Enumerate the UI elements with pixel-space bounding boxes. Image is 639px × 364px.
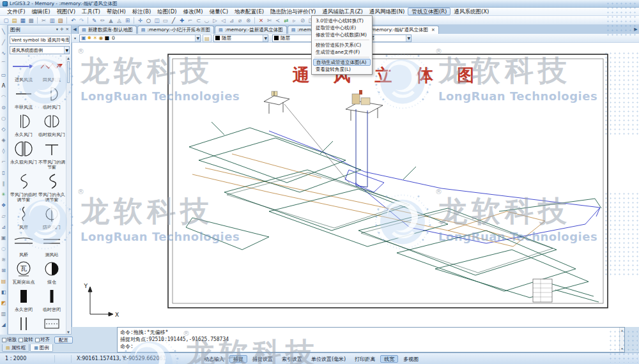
legend-item-15[interactable]: 煤仓: [38, 259, 65, 286]
legend-item-2[interactable]: 串联风流: [10, 84, 38, 111]
panel-tab-1[interactable]: ▦图例: [30, 344, 53, 352]
open-icon[interactable]: ▤: [11, 17, 19, 24]
draw-tool-18-icon[interactable]: ⊿: [0, 222, 7, 232]
menu-item-7[interactable]: 修改(M): [180, 8, 206, 15]
menu-item-4[interactable]: 帮助(H): [104, 8, 129, 15]
cut-icon[interactable]: ✂: [40, 17, 48, 24]
menu-item-8[interactable]: 储量(C): [206, 8, 231, 15]
layer-manager-icon[interactable]: ▣: [81, 35, 86, 41]
menu-option-8[interactable]: 查看旋转角度(L): [312, 66, 372, 73]
legend-item-12[interactable]: 风桥: [10, 231, 38, 259]
tri-left-icon[interactable]: ◁: [220, 17, 227, 24]
draw-tool-4-icon[interactable]: ▭: [0, 70, 7, 80]
draw-tool-7-icon[interactable]: ⊙: [0, 102, 7, 113]
menu-item-10[interactable]: 隐患防治与评价(Y): [267, 8, 319, 15]
diameter-icon[interactable]: ⌀: [236, 17, 244, 24]
status-button-5[interactable]: 打印距离: [351, 355, 379, 363]
lock-icon[interactable]: ◉: [98, 35, 103, 41]
document-tab-1[interactable]: ▤:memory:-小纪汗开拓布置图: [137, 26, 214, 34]
legend-item-17[interactable]: 临时密闭: [38, 286, 65, 314]
toolbar-overflow-icon[interactable]: ▾: [74, 36, 76, 40]
rectangle-icon[interactable]: ▭: [162, 17, 169, 24]
triangle-icon[interactable]: ▲: [107, 17, 115, 24]
bulb-icon[interactable]: ✸: [88, 35, 92, 41]
scroll-down-icon[interactable]: ▼: [620, 346, 624, 351]
document-tab-2[interactable]: ▤:memory:-益新通风立体图: [215, 26, 287, 34]
pen-icon[interactable]: ✎: [91, 17, 98, 24]
print-icon[interactable]: ▩: [27, 17, 35, 24]
draw-tool-20-icon[interactable]: ◌: [0, 243, 7, 254]
menu-item-14[interactable]: 通风系统图(X): [450, 8, 492, 15]
legend-item-1[interactable]: 回风风流: [38, 56, 65, 84]
new-icon[interactable]: ▢: [3, 17, 10, 24]
menu-item-9[interactable]: 地表配置(E): [231, 8, 267, 15]
copy-object-icon[interactable]: ◫: [153, 17, 161, 24]
scroll-down-icon[interactable]: ▼: [66, 330, 70, 334]
config-button[interactable]: 配置: [54, 337, 73, 344]
menu-option-0[interactable]: 3.0管道中心线转换(T): [312, 17, 372, 24]
legend-item-6[interactable]: 永久双向风门: [10, 139, 38, 171]
menu-item-5[interactable]: 标注(B): [129, 8, 154, 15]
legend-item-10[interactable]: 风帘: [10, 204, 38, 231]
layer-combo[interactable]: ▣✸☀◉■ 0 ▼: [79, 34, 201, 42]
paste-icon[interactable]: ▨: [57, 17, 65, 24]
status-button-4[interactable]: 单位设置(毫米): [307, 355, 350, 363]
legend-item-4[interactable]: 永久风门: [10, 111, 38, 139]
draw-tool-11-icon[interactable]: ◊: [0, 146, 7, 156]
menu-item-2[interactable]: 视图(V): [54, 8, 79, 15]
draw-tool-24-icon[interactable]: ◧: [0, 287, 7, 298]
draw-tool-10-icon[interactable]: ◈: [0, 135, 7, 146]
legend-option-0[interactable]: 缩放: [2, 337, 17, 343]
menu-item-13[interactable]: 管线立体图(R): [408, 8, 450, 15]
status-button-6[interactable]: 线宽: [380, 355, 398, 363]
swap-icon[interactable]: ⇄: [282, 17, 290, 24]
legend-item-11[interactable]: 防突风门: [38, 204, 65, 231]
menu-item-0[interactable]: 文件(F): [4, 8, 29, 15]
status-button-2[interactable]: 捕捉设置: [249, 355, 277, 363]
polyline-icon[interactable]: ⌐: [187, 17, 194, 24]
undo-icon[interactable]: ↶: [70, 17, 77, 24]
sun-icon[interactable]: ☀: [93, 35, 97, 41]
close-icon[interactable]: ✕: [66, 27, 69, 32]
menu-option-7[interactable]: 自动生成管道立体图(A): [313, 59, 371, 66]
command-panel[interactable]: 命令:拖拽:*无偏移*捕捉对角点:92510.191445,-91625.758…: [117, 327, 625, 353]
move-icon[interactable]: ✛: [137, 17, 144, 24]
scroll-up-icon[interactable]: ▲: [621, 328, 623, 332]
menu-item-12[interactable]: 通风网络图(N): [366, 8, 408, 15]
legend-item-5[interactable]: 临时双向风门: [38, 111, 65, 139]
draw-tool-8-icon[interactable]: ○: [0, 113, 7, 124]
scroll-up-icon[interactable]: ▲: [67, 56, 70, 60]
menu-option-4[interactable]: 校验管道拓扑关系(C): [312, 42, 372, 49]
pencil-icon[interactable]: ✏: [99, 17, 107, 24]
draw-tool-17-icon[interactable]: ▱: [0, 211, 7, 222]
offset-icon[interactable]: ▹: [291, 17, 298, 24]
panel-tab-0[interactable]: ▤属性框: [2, 344, 29, 352]
document-tab-0[interactable]: ▤新建数据库-默认地图: [78, 26, 137, 34]
legend-item-19[interactable]: 防火密闭: [38, 314, 65, 334]
chevron-down-icon[interactable]: ▾: [56, 27, 58, 32]
redo-icon[interactable]: ↷: [78, 17, 86, 24]
draw-tool-14-icon[interactable]: ∥: [0, 178, 7, 189]
break-icon[interactable]: ⊘: [299, 17, 307, 24]
menu-item-1[interactable]: 编辑(E): [29, 8, 54, 15]
close-icon[interactable]: ✕: [431, 27, 435, 33]
chevron-down-icon[interactable]: ▼: [263, 35, 268, 42]
legend-item-0[interactable]: 进风风流: [10, 56, 38, 84]
trim-icon[interactable]: ✄: [266, 17, 273, 24]
chevron-down-icon[interactable]: ▼: [64, 47, 69, 54]
draw-tool-5-icon[interactable]: A: [0, 80, 7, 91]
draw-tool-13-icon[interactable]: ▯: [0, 167, 7, 178]
legend-item-8[interactable]: 带风门的临时调节窗: [10, 171, 38, 204]
draw-tool-15-icon[interactable]: ✳: [0, 189, 7, 200]
chevron-down-icon[interactable]: ▼: [195, 35, 200, 42]
legend-item-14[interactable]: 瓦瓦斯突出点: [10, 259, 38, 286]
grid-icon[interactable]: ⊞: [124, 17, 132, 24]
command-scrollbar[interactable]: ▲ ▼: [619, 328, 624, 352]
draw-tool-0-icon[interactable]: ╲: [0, 26, 7, 37]
menu-item-11[interactable]: 通风辅助工具(Z): [319, 8, 366, 15]
tab-scroll-left-icon[interactable]: ◀: [72, 26, 78, 34]
draw-tool-1-icon[interactable]: ╱: [0, 37, 7, 48]
status-button-7[interactable]: 多视图: [399, 355, 422, 363]
draw-tool-21-icon[interactable]: ≋: [0, 254, 7, 265]
menu-item-3[interactable]: 工具(T): [79, 8, 104, 15]
